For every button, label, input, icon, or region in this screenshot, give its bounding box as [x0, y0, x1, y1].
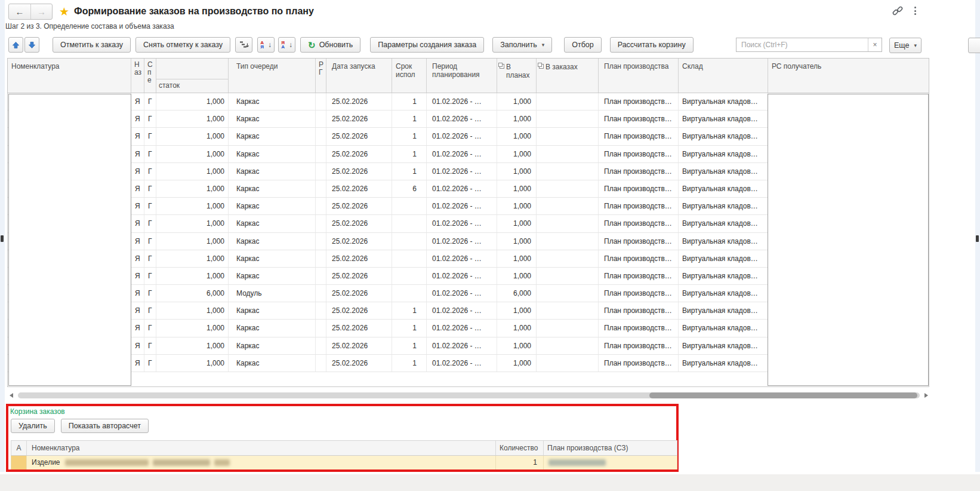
column-header-production-plan[interactable]: План производства: [599, 59, 679, 93]
unmark-for-order-button[interactable]: Снять отметку к заказу: [135, 37, 230, 53]
column-header-nomenclature[interactable]: Номенклатура: [8, 59, 131, 93]
mark-for-order-button[interactable]: Отметить к заказу: [53, 37, 131, 53]
forward-arrow-icon: →: [37, 7, 46, 17]
right-splitter-grip-icon[interactable]: [976, 235, 979, 242]
order-creation-params-button[interactable]: Параметры создания заказа: [370, 37, 484, 53]
favorite-star-icon[interactable]: ★: [59, 5, 69, 19]
horizontal-scrollbar[interactable]: [8, 391, 929, 400]
cell-in-plans: 1,000: [497, 198, 537, 214]
help-button-partial[interactable]: [968, 38, 980, 53]
cell-in-plans: 1,000: [497, 128, 537, 145]
redacted-text: [153, 459, 210, 466]
filter-button[interactable]: Отбор: [564, 37, 602, 53]
cell-spe: Г: [144, 128, 156, 145]
cell-naz: Я: [131, 320, 144, 336]
cell-in-orders: [537, 163, 599, 180]
left-splitter[interactable]: [0, 0, 5, 472]
cell-in-plans: 6,000: [497, 285, 537, 302]
indicator-icon: [539, 64, 544, 69]
cell-in-orders: [537, 215, 599, 232]
more-button[interactable]: Еще▾: [889, 38, 922, 53]
cell-launch-date: 25.02.2026: [326, 268, 392, 284]
move-up-button[interactable]: [8, 37, 23, 53]
redacted-text: [65, 459, 149, 466]
scroll-right-arrow-icon[interactable]: [924, 393, 928, 398]
delete-button[interactable]: Удалить: [11, 419, 55, 433]
cell-term: 1: [392, 337, 427, 354]
cell-in-orders: [537, 250, 599, 267]
cell-launch-date: 25.02.2026: [326, 163, 392, 180]
more-menu-icon[interactable]: [913, 5, 917, 16]
show-autocalc-button[interactable]: Показать авторасчет: [61, 419, 149, 433]
cell-launch-date: 25.02.2026: [326, 111, 392, 127]
cell-rg: [316, 180, 326, 197]
back-button[interactable]: ←: [9, 4, 30, 19]
cell-period: 01.02.2026 - …: [427, 163, 497, 180]
cart-column-header-a[interactable]: А: [11, 441, 27, 455]
cell-launch-date: 25.02.2026: [326, 285, 392, 302]
cell-queue-type: Каркас: [229, 250, 316, 267]
cell-queue-type: Каркас: [229, 215, 316, 232]
column-header-rs-recipient[interactable]: РС получатель: [768, 59, 929, 93]
cell-launch-date: 25.02.2026: [326, 302, 392, 319]
column-header-in-plans[interactable]: В планах: [497, 59, 537, 93]
cell-spe: Г: [144, 320, 156, 336]
scrollbar-track[interactable]: [18, 392, 920, 398]
search-input[interactable]: [736, 38, 868, 51]
scroll-left-arrow-icon[interactable]: [10, 393, 13, 398]
scrollbar-thumb[interactable]: [649, 392, 917, 398]
cell-warehouse: Виртуальная кладов…: [679, 250, 768, 267]
cell-spe: Г: [144, 337, 156, 354]
cell-naz: Я: [131, 233, 144, 250]
refresh-icon: ↻: [308, 41, 316, 50]
cell-launch-date: 25.02.2026: [326, 198, 392, 214]
cell-launch-date: 25.02.2026: [326, 355, 392, 372]
cell-in-orders: [537, 146, 599, 162]
cart-cell-production-plan: [544, 456, 677, 469]
cell-queue-type: Каркас: [229, 233, 316, 250]
cart-row[interactable]: Изделие 1: [11, 456, 677, 469]
cell-term: 1: [392, 111, 427, 127]
cell-ostatok: 1,000: [156, 302, 229, 319]
cell-warehouse: Виртуальная кладов…: [679, 233, 768, 250]
window-bottom-strip: [0, 474, 980, 491]
column-header-launch-date[interactable]: Дата запуска: [326, 59, 392, 93]
cart-column-header-nomenclature[interactable]: Номенклатура: [27, 441, 496, 455]
hierarchy-sort-button[interactable]: [235, 37, 252, 53]
left-splitter-grip-icon[interactable]: [1, 235, 4, 242]
cell-ostatok: 1,000: [156, 337, 229, 354]
cell-in-plans: 1,000: [497, 320, 537, 336]
get-link-icon[interactable]: [892, 5, 904, 17]
column-header-queue-type[interactable]: Тип очереди: [229, 59, 316, 93]
indicator-icon: [500, 64, 504, 69]
cell-rg: [316, 128, 326, 145]
fill-button[interactable]: Заполнить▾: [492, 37, 552, 53]
column-header-in-orders[interactable]: В заказах: [537, 59, 599, 93]
column-header-term[interactable]: Срок испол: [392, 59, 427, 93]
cell-in-orders: [537, 337, 599, 354]
right-splitter[interactable]: [975, 0, 980, 472]
cell-production-plan: План производств…: [599, 285, 679, 302]
cart-title: Корзина заказов: [10, 407, 65, 416]
cell-ostatok: 1,000: [156, 215, 229, 232]
search-clear-button[interactable]: ×: [868, 38, 882, 51]
cell-naz: Я: [131, 163, 144, 180]
cell-in-plans: 1,000: [497, 163, 537, 180]
column-header-ostatok[interactable]: статок: [156, 59, 229, 93]
column-header-rg[interactable]: РГ: [316, 59, 326, 93]
column-header-spe[interactable]: Спе: [144, 59, 156, 93]
sort-descending-button[interactable]: ЯА↓: [278, 37, 295, 53]
forward-button[interactable]: →: [30, 4, 52, 19]
cell-ostatok: 6,000: [156, 285, 229, 302]
refresh-button[interactable]: ↻ Обновить: [300, 37, 360, 53]
column-header-warehouse[interactable]: Склад: [679, 59, 768, 93]
cart-column-header-quantity[interactable]: Количество: [496, 441, 544, 455]
calculate-cart-button[interactable]: Рассчитать корзину: [610, 37, 694, 53]
column-header-period[interactable]: Период планирования: [427, 59, 497, 93]
column-header-naz[interactable]: Наз: [131, 59, 144, 93]
move-down-button[interactable]: [24, 37, 39, 53]
sort-ascending-button[interactable]: АЯ↓: [257, 37, 275, 53]
cell-production-plan: План производств…: [599, 215, 679, 232]
cart-column-header-production-plan[interactable]: План производства (СЗ): [544, 441, 677, 455]
app-window: ← → ★ Формирование заказов на производст…: [0, 0, 980, 491]
